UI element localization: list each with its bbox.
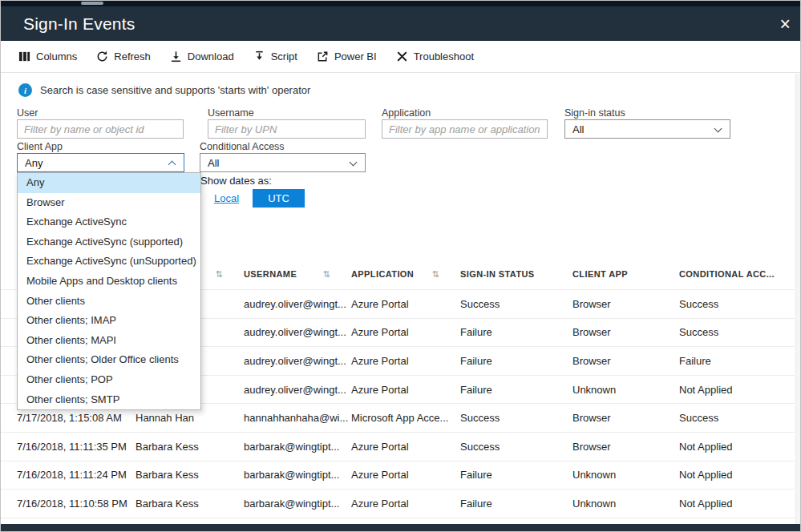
download-label: Download [188,50,234,62]
cell-status: Failure [460,355,572,367]
download-button[interactable]: Download [170,50,234,62]
client-app-value: Any [25,157,42,169]
script-label: Script [271,50,297,62]
column-label: USERNAME [244,269,297,279]
cell-date: 7/16/2018, 11:11:35 PM [17,441,136,453]
cell-client-app: Browser [572,298,679,310]
cell-conditional: Not Applied [679,469,795,481]
show-dates-label: Show dates as: [200,175,272,187]
dropdown-option[interactable]: Any [18,173,200,193]
local-toggle-button[interactable]: Local [200,189,253,208]
cell-conditional: Not Applied [679,498,795,510]
application-filter-input[interactable] [382,119,548,139]
cell-client-app: Unknown [572,384,679,396]
application-filter-label: Application [382,107,431,119]
column-header-application[interactable]: APPLICATION⇅ [351,269,460,280]
cell-status: Success [460,412,572,424]
user-filter-input[interactable] [17,119,184,139]
cell-application: Azure Portal [351,498,460,510]
refresh-button[interactable]: Refresh [96,50,151,62]
chevron-down-icon [350,159,358,167]
cell-username: audrey.oliver@wingt... [244,326,351,338]
troubleshoot-label: Troubleshoot [414,50,474,62]
column-header-client-app[interactable]: CLIENT APP [572,269,679,279]
table-row[interactable]: 7/16/2018, 11:11:35 PM Barbara Kess barb… [1,432,795,461]
cell-username: barbarak@wingtipt... [244,441,351,453]
dropdown-option[interactable]: Exchange ActiveSync [18,212,200,232]
cell-username: hannahhanhaha@wi... [244,412,351,424]
columns-label: Columns [36,50,77,62]
column-label: APPLICATION [351,269,414,279]
username-filter-input[interactable] [208,119,366,139]
refresh-icon [96,50,108,62]
troubleshoot-button[interactable]: Troubleshoot [396,50,474,62]
dropdown-option[interactable]: Other clients; IMAP [18,311,200,331]
info-text: Search is case sensitive and supports 's… [40,84,310,96]
cell-username: audrey.oliver@wingt... [244,384,351,396]
dropdown-option[interactable]: Exchange ActiveSync (supported) [18,232,200,252]
cell-user: Hannah Han [136,412,244,424]
scrollbar[interactable] [795,74,800,524]
script-button[interactable]: Script [253,50,297,62]
column-header-username[interactable]: USERNAME⇅ [244,269,351,280]
signin-events-blade: Sign-In Events × Columns Refresh Downloa… [0,0,801,532]
client-app-combobox[interactable]: Any [17,153,184,172]
user-filter-label: User [17,107,38,119]
cell-application: Azure Portal [351,441,460,453]
cell-status: Failure [460,384,572,396]
dropdown-option[interactable]: Other clients [18,292,200,312]
top-strip-fragment [81,2,103,5]
cell-conditional: Not Applied [679,384,795,396]
bottom-bar [1,524,800,531]
conditional-access-select[interactable]: All [200,153,366,172]
column-label: CLIENT APP [572,269,628,279]
columns-button[interactable]: Columns [18,50,77,62]
signin-status-select[interactable]: All [564,119,730,139]
cell-conditional: Not Applied [679,441,795,453]
dropdown-option[interactable]: Mobile Apps and Desktop clients [18,272,200,292]
conditional-access-label: Conditional Access [200,141,285,152]
table-row[interactable]: 7/16/2018, 11:11:24 PM Barbara Kess barb… [1,461,795,490]
cell-conditional: Failure [679,355,795,367]
dropdown-option[interactable]: Other clients; MAPI [18,331,200,351]
blade-header: Sign-In Events × [1,6,800,41]
column-header-signin-status[interactable]: SIGN-IN STATUS [460,269,572,279]
cell-conditional: Success [679,326,795,338]
table-row[interactable]: 7/16/2018, 11:10:58 PM Barbara Kess barb… [1,489,795,518]
column-header-conditional-access[interactable]: CONDITIONAL ACC... [679,269,795,279]
powerbi-button[interactable]: Power BI [317,50,377,62]
dropdown-option[interactable]: Browser [18,193,200,213]
info-icon: i [18,83,32,97]
dropdown-option[interactable]: Exchange ActiveSync (unSupported) [18,252,200,272]
cell-date: 7/16/2018, 11:10:58 PM [17,498,136,510]
dropdown-option[interactable]: Other clients; SMTP [18,390,200,410]
cell-client-app: Unknown [572,469,679,481]
signin-status-label: Sign-in status [564,107,625,119]
cell-date: 7/17/2018, 1:15:08 AM [17,412,136,424]
client-app-dropdown: Any Browser Exchange ActiveSync Exchange… [17,172,201,410]
cell-conditional: Success [679,298,795,310]
client-app-label: Client App [17,141,63,152]
cell-application: Azure Portal [351,298,460,310]
username-filter-label: Username [208,107,254,119]
cell-application: Azure Portal [351,469,460,481]
column-label: SIGN-IN STATUS [460,269,535,279]
cell-user: Barbara Kess [136,441,244,453]
dropdown-option[interactable]: Other clients; POP [18,370,200,390]
cell-application: Microsoft App Acce... [351,412,460,424]
cell-status: Failure [460,469,572,481]
close-icon[interactable]: × [780,14,791,33]
dropdown-option[interactable]: Other clients; Older Office clients [18,350,200,370]
utc-toggle-button[interactable]: UTC [253,189,305,208]
powerbi-icon [317,50,329,62]
cell-username: audrey.oliver@wingt... [244,298,351,310]
cell-user: Barbara Kess [136,469,244,481]
cell-status: Failure [460,498,572,510]
info-banner: i Search is case sensitive and supports … [18,83,310,97]
sort-icon: ⇅ [322,269,330,280]
column-label: CONDITIONAL ACC... [679,269,775,279]
troubleshoot-icon [396,50,408,62]
cell-status: Failure [460,326,572,338]
download-icon [170,50,182,62]
powerbi-label: Power BI [334,50,377,62]
